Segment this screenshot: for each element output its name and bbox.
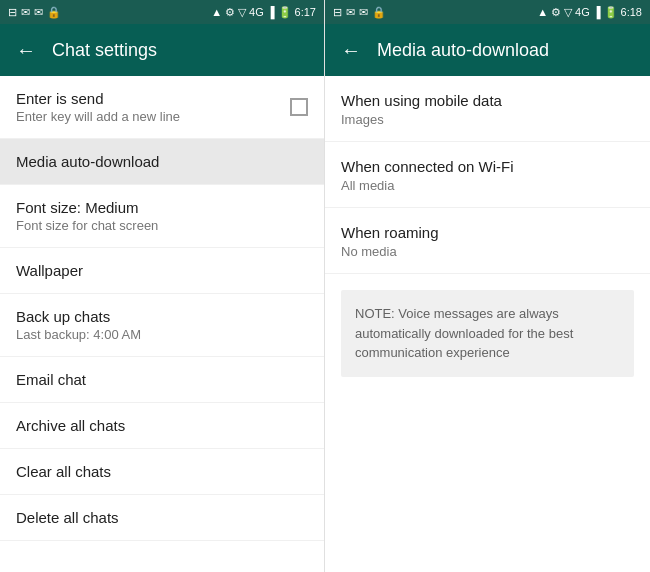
- mobile-data-subtitle: Images: [341, 112, 634, 127]
- setting-backup-chats[interactable]: Back up chats Last backup: 4:00 AM: [0, 294, 324, 357]
- left-settings-list: Enter is send Enter key will add a new l…: [0, 76, 324, 572]
- right-status-icon-msg2: ✉: [359, 6, 368, 19]
- left-4g-label: 4G: [249, 6, 264, 18]
- right-status-icon-msg1: ✉: [346, 6, 355, 19]
- right-status-bar: ⊟ ✉ ✉ 🔒 ▲ ⚙ ▽ 4G ▐ 🔋 6:18: [325, 0, 650, 24]
- download-mobile-data[interactable]: When using mobile data Images: [325, 76, 650, 142]
- right-battery-icon: 🔋: [604, 6, 618, 19]
- right-status-right: ▲ ⚙ ▽ 4G ▐ 🔋 6:18: [537, 6, 642, 19]
- roaming-title: When roaming: [341, 224, 634, 241]
- left-status-icons: ⊟ ✉ ✉ 🔒: [8, 6, 61, 19]
- right-panel: ⊟ ✉ ✉ 🔒 ▲ ⚙ ▽ 4G ▐ 🔋 6:18 ← Media auto-d…: [325, 0, 650, 572]
- left-status-bar: ⊟ ✉ ✉ 🔒 ▲ ⚙ ▽ 4G ▐ 🔋 6:17: [0, 0, 324, 24]
- setting-clear-all-chats[interactable]: Clear all chats: [0, 449, 324, 495]
- right-network-icon: ⚙: [551, 6, 561, 19]
- font-size-title: Font size: Medium: [16, 199, 308, 216]
- backup-chats-title: Back up chats: [16, 308, 308, 325]
- left-status-icon-lock: 🔒: [47, 6, 61, 19]
- media-auto-download-title: Media auto-download: [16, 153, 308, 170]
- left-status-icon-msg2: ✉: [34, 6, 43, 19]
- left-panel: ⊟ ✉ ✉ 🔒 ▲ ⚙ ▽ 4G ▐ 🔋 6:17 ← Chat setting…: [0, 0, 325, 572]
- wifi-title: When connected on Wi-Fi: [341, 158, 634, 175]
- right-back-button[interactable]: ←: [341, 39, 361, 62]
- left-signal-icon: ▲: [211, 6, 222, 18]
- left-status-right: ▲ ⚙ ▽ 4G ▐ 🔋 6:17: [211, 6, 316, 19]
- download-wifi[interactable]: When connected on Wi-Fi All media: [325, 142, 650, 208]
- wifi-subtitle: All media: [341, 178, 634, 193]
- right-signal-bars: ▐: [593, 6, 601, 18]
- left-status-icon-msg1: ✉: [21, 6, 30, 19]
- mobile-data-title: When using mobile data: [341, 92, 634, 109]
- left-wifi-icon: ▽: [238, 6, 246, 19]
- right-app-bar-title: Media auto-download: [377, 40, 549, 61]
- wallpaper-title: Wallpaper: [16, 262, 308, 279]
- enter-is-send-checkbox[interactable]: [290, 98, 308, 116]
- clear-all-chats-title: Clear all chats: [16, 463, 308, 480]
- left-status-icon-back: ⊟: [8, 6, 17, 19]
- left-network-icon: ⚙: [225, 6, 235, 19]
- note-text: NOTE: Voice messages are always automati…: [355, 304, 620, 363]
- setting-email-chat[interactable]: Email chat: [0, 357, 324, 403]
- enter-is-send-title: Enter is send: [16, 90, 180, 107]
- setting-wallpaper[interactable]: Wallpaper: [0, 248, 324, 294]
- right-time: 6:18: [621, 6, 642, 18]
- email-chat-title: Email chat: [16, 371, 308, 388]
- setting-media-auto-download[interactable]: Media auto-download: [0, 139, 324, 185]
- right-status-icon-lock: 🔒: [372, 6, 386, 19]
- font-size-subtitle: Font size for chat screen: [16, 218, 308, 233]
- right-4g-label: 4G: [575, 6, 590, 18]
- left-time: 6:17: [295, 6, 316, 18]
- note-box: NOTE: Voice messages are always automati…: [341, 290, 634, 377]
- left-app-bar-title: Chat settings: [52, 40, 157, 61]
- backup-chats-subtitle: Last backup: 4:00 AM: [16, 327, 308, 342]
- media-download-list: When using mobile data Images When conne…: [325, 76, 650, 572]
- right-status-icons: ⊟ ✉ ✉ 🔒: [333, 6, 386, 19]
- roaming-subtitle: No media: [341, 244, 634, 259]
- right-status-icon-back: ⊟: [333, 6, 342, 19]
- setting-archive-all-chats[interactable]: Archive all chats: [0, 403, 324, 449]
- setting-font-size[interactable]: Font size: Medium Font size for chat scr…: [0, 185, 324, 248]
- left-battery-icon: 🔋: [278, 6, 292, 19]
- right-app-bar: ← Media auto-download: [325, 24, 650, 76]
- download-roaming[interactable]: When roaming No media: [325, 208, 650, 274]
- left-signal-bars: ▐: [267, 6, 275, 18]
- setting-delete-all-chats[interactable]: Delete all chats: [0, 495, 324, 541]
- right-signal-icon: ▲: [537, 6, 548, 18]
- delete-all-chats-title: Delete all chats: [16, 509, 308, 526]
- right-wifi-icon: ▽: [564, 6, 572, 19]
- setting-enter-is-send[interactable]: Enter is send Enter key will add a new l…: [0, 76, 324, 139]
- enter-is-send-subtitle: Enter key will add a new line: [16, 109, 180, 124]
- left-app-bar: ← Chat settings: [0, 24, 324, 76]
- archive-all-chats-title: Archive all chats: [16, 417, 308, 434]
- left-back-button[interactable]: ←: [16, 39, 36, 62]
